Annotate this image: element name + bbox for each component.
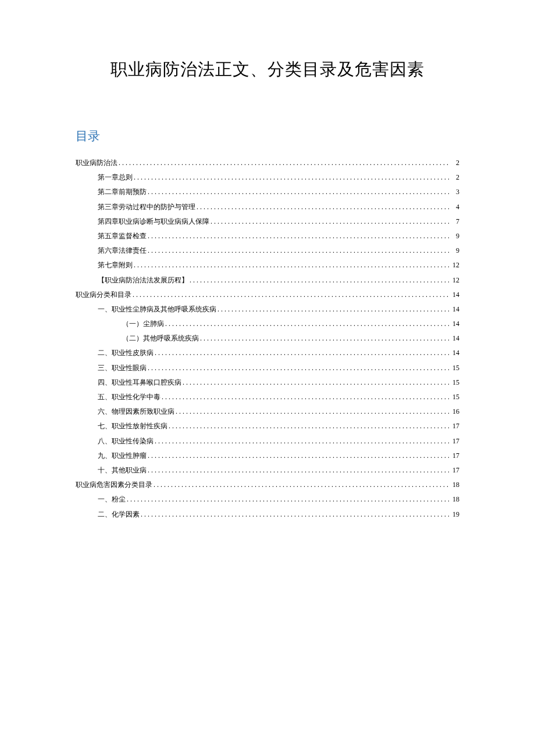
- toc-leader-dots: [155, 346, 449, 360]
- toc-entry-page: 14: [449, 346, 459, 360]
- toc-entry-text: 第五章监督检查: [98, 229, 148, 243]
- toc-entry[interactable]: 六、物理因素所致职业病16: [76, 404, 459, 419]
- toc-entry-text: 一、粉尘: [98, 492, 127, 507]
- toc-entry-page: 14: [449, 331, 459, 346]
- toc-leader-dots: [148, 361, 449, 375]
- toc-leader-dots: [190, 273, 449, 288]
- toc-entry[interactable]: 五、职业性化学中毒15: [76, 390, 459, 404]
- toc-entry-text: 九、职业性肿瘤: [98, 449, 148, 463]
- toc-entry-text: 四、职业性耳鼻喉口腔疾病: [98, 375, 183, 390]
- toc-entry-text: （二）其他呼吸系统疾病: [122, 331, 200, 346]
- toc-leader-dots: [183, 375, 449, 390]
- toc-entry-page: 14: [449, 317, 459, 331]
- toc-entry-page: 17: [449, 449, 459, 463]
- toc-entry-page: 7: [449, 214, 459, 229]
- toc-entry-text: 五、职业性化学中毒: [98, 390, 162, 404]
- toc-entry-page: 2: [449, 170, 459, 185]
- toc-entry[interactable]: 职业病防治法2: [76, 156, 459, 170]
- toc-entry-text: 二、职业性皮肤病: [98, 346, 155, 360]
- toc-leader-dots: [176, 404, 449, 419]
- toc-entry[interactable]: 第七章附则12: [76, 258, 459, 273]
- toc-entry[interactable]: 职业病分类和目录14: [76, 288, 459, 302]
- toc-leader-dots: [141, 507, 449, 522]
- toc-entry[interactable]: 八、职业性传染病17: [76, 434, 459, 449]
- toc-entry[interactable]: 二、化学因素19: [76, 507, 459, 522]
- toc-entry-page: 19: [449, 507, 459, 522]
- toc-entry-page: 18: [449, 478, 459, 492]
- toc-entry[interactable]: 【职业病防治法法发展历程】12: [76, 273, 459, 288]
- toc-entry-page: 17: [449, 463, 459, 478]
- toc-leader-dots: [154, 478, 449, 492]
- toc-entry-text: 第七章附则: [98, 258, 134, 273]
- toc-entry-text: 职业病危害因素分类目录: [76, 478, 154, 492]
- toc-entry[interactable]: 四、职业性耳鼻喉口腔疾病15: [76, 375, 459, 390]
- toc-entry-page: 17: [449, 419, 459, 433]
- toc-entry-page: 4: [449, 200, 459, 214]
- toc-entry[interactable]: 二、职业性皮肤病14: [76, 346, 459, 360]
- toc-entry-text: 一、职业性尘肺病及其他呼吸系统疾病: [98, 302, 217, 317]
- toc-entry-text: 职业病防治法: [76, 156, 119, 170]
- toc-entry[interactable]: 第二章前期预防3: [76, 185, 459, 199]
- toc-entry-page: 2: [449, 156, 459, 170]
- toc-entry-page: 14: [449, 302, 459, 317]
- toc-entry-page: 18: [449, 492, 459, 507]
- toc-entry[interactable]: 第一章总则2: [76, 170, 459, 185]
- toc-leader-dots: [148, 229, 449, 243]
- toc-entry[interactable]: （一）尘肺病14: [76, 317, 459, 331]
- toc-leader-dots: [133, 288, 449, 302]
- document-title: 职业病防治法正文、分类目录及危害因素: [76, 58, 459, 81]
- toc-leader-dots: [148, 243, 449, 258]
- toc-entry-page: 9: [449, 243, 459, 258]
- toc-entry-page: 9: [449, 229, 459, 243]
- toc-entry[interactable]: 十、其他职业病17: [76, 463, 459, 478]
- toc-leader-dots: [155, 434, 449, 449]
- toc-entry[interactable]: 三、职业性眼病15: [76, 361, 459, 375]
- toc-entry[interactable]: （二）其他呼吸系统疾病14: [76, 331, 459, 346]
- toc-entry[interactable]: 第五章监督检查9: [76, 229, 459, 243]
- toc-entry-text: 【职业病防治法法发展历程】: [98, 273, 190, 288]
- toc-entry[interactable]: 职业病危害因素分类目录18: [76, 478, 459, 492]
- toc-entry[interactable]: 七、职业性放射性疾病17: [76, 419, 459, 433]
- toc-entry[interactable]: 一、粉尘18: [76, 492, 459, 507]
- toc-leader-dots: [165, 317, 449, 331]
- toc-entry-page: 16: [449, 404, 459, 419]
- toc-leader-dots: [148, 185, 449, 199]
- toc-entry-text: 职业病分类和目录: [76, 288, 133, 302]
- toc-leader-dots: [148, 463, 449, 478]
- toc-entry[interactable]: 第三章劳动过程中的防护与管理4: [76, 200, 459, 214]
- toc-entry[interactable]: 一、职业性尘肺病及其他呼吸系统疾病14: [76, 302, 459, 317]
- toc-entry-text: 第三章劳动过程中的防护与管理: [98, 200, 197, 214]
- toc-entry-text: 第四章职业病诊断与职业病病人保障: [98, 214, 211, 229]
- toc-leader-dots: [148, 449, 449, 463]
- toc-entry[interactable]: 九、职业性肿瘤17: [76, 449, 459, 463]
- toc-leader-dots: [119, 156, 449, 170]
- toc-entry-text: 第六章法律责任: [98, 243, 148, 258]
- page-content: 职业病防治法正文、分类目录及危害因素 目录 职业病防治法2第一章总则2第二章前期…: [76, 58, 459, 522]
- toc-entry-text: 七、职业性放射性疾病: [98, 419, 169, 433]
- toc-entry-page: 17: [449, 434, 459, 449]
- toc-leader-dots: [169, 419, 449, 433]
- toc-leader-dots: [134, 170, 449, 185]
- toc-entry[interactable]: 第六章法律责任9: [76, 243, 459, 258]
- toc-entry-text: 八、职业性传染病: [98, 434, 155, 449]
- toc-leader-dots: [134, 258, 449, 273]
- toc-leader-dots: [162, 390, 449, 404]
- toc-leader-dots: [211, 214, 449, 229]
- toc-entry-page: 12: [449, 273, 459, 288]
- toc-entry-page: 15: [449, 361, 459, 375]
- toc-entry-page: 3: [449, 185, 459, 199]
- toc-entry-page: 15: [449, 375, 459, 390]
- toc-entry-text: （一）尘肺病: [122, 317, 165, 331]
- toc-entry[interactable]: 第四章职业病诊断与职业病病人保障7: [76, 214, 459, 229]
- toc-entry-page: 14: [449, 288, 459, 302]
- toc-entry-page: 15: [449, 390, 459, 404]
- toc-leader-dots: [127, 492, 449, 507]
- toc-heading: 目录: [76, 128, 459, 144]
- toc-entry-text: 二、化学因素: [98, 507, 141, 522]
- toc-leader-dots: [197, 200, 449, 214]
- toc-leader-dots: [200, 331, 449, 346]
- toc-entry-page: 12: [449, 258, 459, 273]
- toc-list: 职业病防治法2第一章总则2第二章前期预防3第三章劳动过程中的防护与管理4第四章职…: [76, 156, 459, 522]
- toc-leader-dots: [217, 302, 449, 317]
- toc-entry-text: 三、职业性眼病: [98, 361, 148, 375]
